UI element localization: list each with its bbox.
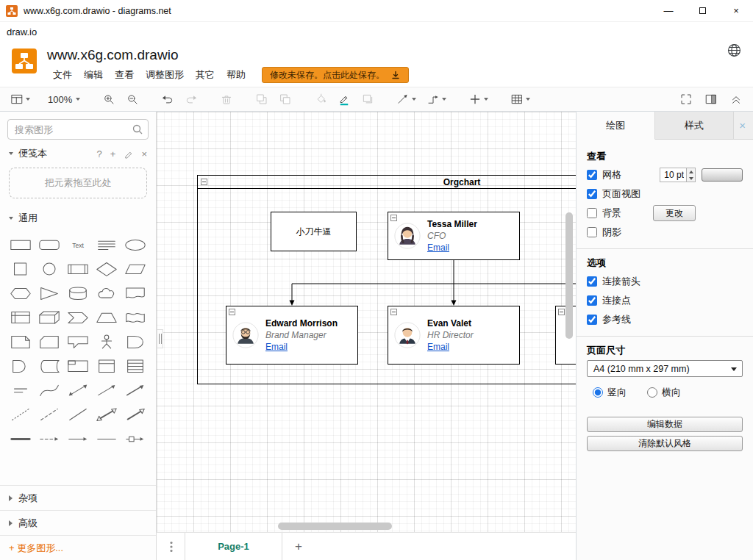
collapse-minus-icon[interactable] [229, 309, 235, 315]
shape-triangle[interactable] [35, 281, 63, 305]
to-back-button[interactable] [276, 90, 295, 109]
background-checkbox[interactable] [587, 208, 597, 218]
shape-dotted-line[interactable] [6, 402, 35, 426]
grid-color-swatch[interactable] [702, 168, 743, 182]
shape-curve[interactable] [35, 378, 63, 402]
minimize-button[interactable]: — [652, 0, 685, 21]
panel-close-button[interactable]: × [739, 120, 746, 131]
shape-trapezoid[interactable] [93, 305, 121, 329]
shape-container[interactable] [63, 353, 92, 378]
insert-button[interactable] [465, 90, 491, 109]
shape-card[interactable] [35, 329, 63, 353]
search-input[interactable] [7, 119, 149, 140]
connection-style-button[interactable] [393, 90, 419, 109]
background-change-button[interactable]: 更改 [653, 205, 696, 221]
format-panel-button[interactable] [702, 90, 721, 109]
shape-note[interactable] [6, 329, 35, 353]
collapse-minus-icon[interactable] [390, 309, 397, 315]
shape-directional-arrow[interactable] [93, 378, 121, 402]
collapse-minus-icon[interactable] [390, 215, 397, 221]
add-page-button[interactable]: + [282, 533, 315, 560]
email-link[interactable]: Email [427, 342, 474, 352]
shape-step[interactable] [63, 305, 92, 329]
org-node-edward[interactable]: Edward Morrison Brand Manager Email [226, 306, 358, 365]
shape-cloud[interactable] [93, 281, 121, 305]
menu-view[interactable]: 查看 [109, 66, 140, 84]
page-tab-page1[interactable]: Page-1 [185, 533, 282, 560]
connection-points-checkbox[interactable] [587, 295, 597, 306]
portrait-radio[interactable] [593, 387, 603, 398]
sidebar-section-misc[interactable]: 杂项 [0, 485, 156, 510]
grid-size-input[interactable] [660, 168, 686, 182]
shape-block-arrow[interactable] [121, 402, 150, 426]
delete-button[interactable] [217, 90, 236, 109]
more-shapes-button[interactable]: + 更多图形... [0, 535, 156, 560]
shape-internal-storage[interactable] [6, 305, 35, 329]
shadow-button[interactable] [358, 90, 377, 109]
clear-default-style-button[interactable]: 清除默认风格 [587, 436, 743, 451]
app-menu-drawio[interactable]: draw.io [7, 26, 37, 37]
shape-and[interactable] [6, 353, 35, 378]
shadow-checkbox[interactable] [587, 227, 597, 237]
shape-vertical-container[interactable] [93, 353, 121, 378]
guides-checkbox[interactable] [587, 315, 597, 325]
shape-tape[interactable] [121, 305, 150, 329]
shape-rounded-rectangle[interactable] [35, 232, 63, 256]
shape-edge-with-symbol[interactable] [121, 426, 150, 450]
zoom-out-button[interactable] [123, 90, 142, 109]
portrait-option[interactable]: 竖向 [593, 386, 627, 399]
grid-size-stepper[interactable] [686, 168, 696, 182]
zoom-dropdown[interactable]: 100% [43, 90, 83, 109]
close-button[interactable]: × [719, 0, 753, 21]
fill-color-button[interactable] [311, 90, 330, 109]
shape-or[interactable] [121, 329, 150, 353]
menu-file[interactable]: 文件 [47, 66, 78, 84]
shape-textbox[interactable] [93, 232, 121, 256]
landscape-radio[interactable] [647, 387, 657, 398]
shape-process[interactable] [63, 256, 92, 281]
shape-cube[interactable] [35, 305, 63, 329]
shape-dashed-line[interactable] [35, 402, 63, 426]
shape-cylinder[interactable] [63, 281, 92, 305]
scratchpad-add-button[interactable]: + [110, 148, 116, 159]
shape-arrow[interactable] [121, 378, 150, 402]
zoom-in-button[interactable] [99, 90, 118, 109]
shape-rectangle[interactable] [6, 232, 35, 256]
sidebar-section-advanced[interactable]: 高级 [0, 510, 156, 535]
shape-actor[interactable] [93, 329, 121, 353]
edit-data-button[interactable]: 编辑数据 [587, 417, 743, 432]
email-link[interactable]: Email [427, 243, 477, 253]
tab-style[interactable]: 样式 [655, 112, 734, 140]
shape-link[interactable] [6, 426, 35, 450]
shape-callout[interactable] [63, 329, 92, 353]
scratchpad-dropzone[interactable]: 把元素拖至此处 [9, 168, 147, 198]
org-node-tessa[interactable]: Tessa Miller CFO Email [388, 212, 520, 260]
landscape-option[interactable]: 横向 [647, 386, 681, 399]
shape-edge-with-arrow[interactable] [63, 426, 92, 450]
collapse-minus-icon[interactable] [558, 309, 565, 315]
scratchpad-close-button[interactable]: × [141, 148, 147, 159]
shape-list-item[interactable] [6, 378, 35, 402]
shape-plain-edge[interactable] [93, 426, 121, 450]
shape-dashed-edge[interactable] [35, 426, 63, 450]
menu-arrange[interactable]: 调整图形 [140, 66, 190, 84]
shape-document[interactable] [121, 281, 150, 305]
menu-edit[interactable]: 编辑 [78, 66, 109, 84]
horizontal-scrollbar[interactable] [278, 523, 392, 530]
collapse-minus-icon[interactable] [201, 179, 207, 185]
scratchpad-section-header[interactable]: 便笺本 ? + × [0, 143, 156, 165]
to-front-button[interactable] [252, 90, 271, 109]
email-link[interactable]: Email [265, 342, 338, 352]
connection-arrows-checkbox[interactable] [587, 276, 597, 287]
shape-ellipse[interactable] [121, 232, 150, 256]
grid-checkbox[interactable] [587, 170, 597, 180]
pages-menu-button[interactable] [170, 541, 173, 553]
language-globe-icon[interactable] [727, 43, 741, 60]
paper-size-select[interactable]: A4 (210 mm x 297 mm) [587, 360, 743, 377]
shape-data-storage[interactable] [35, 353, 63, 378]
scratchpad-edit-pencil-icon[interactable] [124, 149, 133, 159]
sidebar-resize-grip[interactable] [157, 329, 163, 348]
shape-parallelogram[interactable] [121, 256, 150, 281]
line-color-button[interactable] [335, 90, 354, 109]
shape-text[interactable]: Text [63, 232, 92, 256]
